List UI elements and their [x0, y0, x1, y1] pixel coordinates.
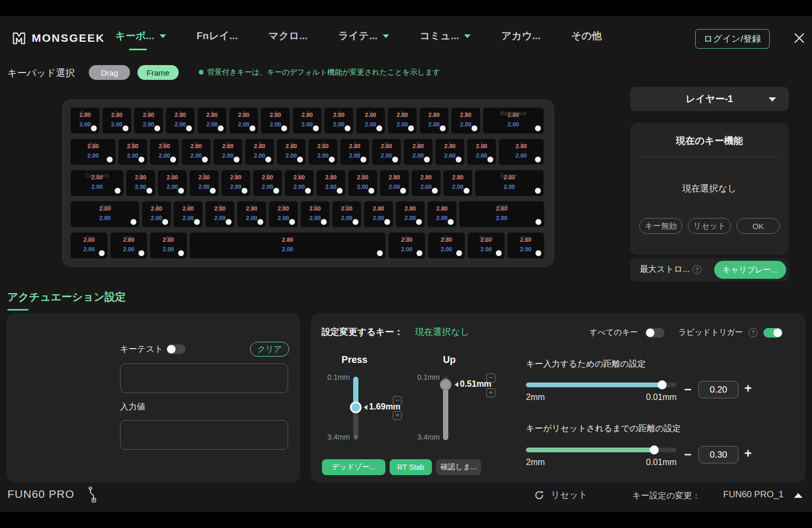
input-value-field[interactable]	[120, 420, 288, 450]
key-b[interactable]: B2.802.00	[269, 201, 298, 227]
reset-keymap-button[interactable]: リセット	[534, 489, 588, 501]
nav-tab-2[interactable]: マクロ...	[269, 29, 308, 50]
key-z[interactable]: Z2.802.00	[142, 201, 171, 227]
press-distance-knob[interactable]	[658, 380, 667, 389]
press-distance-track[interactable]	[526, 383, 677, 387]
key-9[interactable]: 92.802.00	[356, 107, 385, 134]
key-a[interactable]: A2.802.00	[126, 170, 155, 196]
key-sym[interactable]: '2.802.00	[443, 170, 473, 196]
key-sym[interactable]: [2.802.00	[435, 139, 465, 165]
nav-tab-4[interactable]: コミュ...	[420, 29, 470, 50]
key-space[interactable]: 2.802.00	[189, 232, 386, 259]
reset-distance-value[interactable]: 0.30	[698, 446, 739, 463]
press-slider-knob[interactable]	[350, 402, 362, 413]
profile-selector[interactable]: FUN60 PRO_1	[723, 489, 783, 500]
key-h[interactable]: H2.802.00	[284, 170, 314, 196]
key-sym[interactable]: =2.802.00	[451, 107, 481, 134]
key-ctrl[interactable]: Ctrl2.802.00	[507, 232, 545, 259]
press-distance-increase-button[interactable]: +	[744, 383, 752, 394]
key-1[interactable]: 12.802.00	[102, 107, 132, 134]
key-test-input[interactable]	[120, 363, 288, 393]
press-distance-decrease-button[interactable]: −	[684, 384, 691, 395]
reset-distance-increase-button[interactable]: +	[744, 448, 752, 459]
key-sym[interactable]: ;2.802.00	[411, 170, 441, 196]
key-p[interactable]: P2.802.00	[403, 139, 433, 165]
reset-distance-decrease-button[interactable]: −	[684, 449, 691, 460]
key-n[interactable]: N2.802.00	[300, 201, 330, 227]
key-s[interactable]: S2.802.00	[158, 170, 187, 196]
up-slider-knob[interactable]	[440, 379, 451, 390]
key-f[interactable]: F2.802.00	[221, 170, 251, 196]
layer-select[interactable]: レイヤー-1	[630, 87, 789, 111]
drag-mode-button[interactable]: Drag	[89, 65, 130, 80]
nav-tab-1[interactable]: Fnレイ...	[197, 29, 238, 50]
key-8[interactable]: 82.802.00	[324, 107, 354, 134]
key-sym[interactable]: ]2.802.00	[467, 139, 496, 165]
key-2[interactable]: 22.802.00	[134, 107, 163, 134]
login-register-button[interactable]: ログイン/登録	[695, 29, 770, 49]
rt-stab-button[interactable]: RT Stab	[390, 459, 432, 475]
key-4[interactable]: 42.802.00	[197, 107, 227, 134]
nav-tab-0[interactable]: キーボ...	[115, 29, 166, 50]
key-3[interactable]: 32.802.00	[165, 107, 195, 134]
key-esc[interactable]: Esc2.802.00	[70, 107, 100, 134]
key-test-toggle[interactable]	[167, 344, 186, 354]
key-i[interactable]: I2.802.00	[340, 139, 370, 165]
nav-tab-6[interactable]: その他	[571, 29, 602, 50]
key-backspace[interactable]: Backspace2.802.00	[483, 107, 544, 134]
key-sym[interactable]: ,2.802.00	[364, 201, 393, 227]
chevron-up-icon[interactable]	[794, 493, 802, 498]
rapid-trigger-toggle[interactable]	[763, 328, 782, 338]
key-tab[interactable]: Tab2.802.00	[70, 139, 116, 165]
help-icon[interactable]: ?	[749, 328, 758, 337]
press-plus-button[interactable]: +	[393, 411, 402, 420]
nav-tab-5[interactable]: アカウ...	[501, 29, 540, 50]
key-d[interactable]: D2.802.00	[189, 170, 219, 196]
help-icon[interactable]: ?	[693, 265, 702, 274]
key-q[interactable]: Q2.802.00	[118, 139, 147, 165]
key-x[interactable]: X2.802.00	[173, 201, 203, 227]
calibrate-button[interactable]: キャリブレー...	[714, 261, 786, 279]
confirm-button[interactable]: 確認しま...	[436, 459, 481, 475]
key-u[interactable]: U2.802.00	[308, 139, 338, 165]
clear-button[interactable]: クリア	[250, 342, 289, 357]
key-enter[interactable]: Enter↵2.802.00	[475, 170, 544, 196]
key-k[interactable]: K2.802.00	[348, 170, 377, 196]
key-sym[interactable]: -2.802.00	[419, 107, 449, 134]
key-win[interactable]: Win2.802.00	[110, 232, 147, 259]
nav-tab-3[interactable]: ライテ...	[338, 29, 389, 50]
key-disable-button[interactable]: キー無効	[639, 218, 682, 234]
key-sym[interactable]: /2.802.00	[427, 201, 457, 227]
key-ctrl[interactable]: Ctrl2.802.00	[70, 232, 108, 259]
key-menu[interactable]: Menu2.802.00	[467, 232, 505, 259]
up-plus-button[interactable]: +	[486, 388, 495, 397]
key-0[interactable]: 02.802.00	[387, 107, 417, 134]
key-o[interactable]: O2.802.00	[372, 139, 401, 165]
key-6[interactable]: 62.802.00	[261, 107, 290, 134]
press-distance-value[interactable]: 0.20	[698, 381, 739, 398]
key-alt[interactable]: Alt2.802.00	[388, 232, 426, 259]
press-minus-button[interactable]: −	[393, 396, 402, 405]
key-7[interactable]: 72.802.00	[292, 107, 322, 134]
key-c[interactable]: C2.802.00	[205, 201, 235, 227]
key-sym[interactable]: .2.802.00	[395, 201, 425, 227]
key-y[interactable]: Y2.802.00	[276, 139, 306, 165]
ok-button[interactable]: OK	[736, 218, 780, 234]
key-v[interactable]: V2.802.00	[237, 201, 266, 227]
key-t[interactable]: T2.802.00	[245, 139, 274, 165]
key-shift[interactable]: ↑Shift2.802.00	[459, 201, 545, 227]
key-j[interactable]: J2.802.00	[316, 170, 346, 196]
key-capslock[interactable]: CapsLock2.802.00	[70, 170, 124, 196]
reset-distance-track[interactable]	[526, 448, 677, 452]
dead-zone-button[interactable]: デッドゾー...	[322, 459, 385, 475]
close-icon[interactable]	[793, 32, 806, 44]
frame-mode-button[interactable]: Frame	[137, 65, 179, 80]
key-r[interactable]: R2.802.00	[213, 139, 243, 165]
key-alt[interactable]: Alt2.802.00	[150, 232, 187, 259]
all-keys-toggle[interactable]	[645, 328, 665, 338]
key-m[interactable]: M2.802.00	[332, 201, 362, 227]
key-5[interactable]: 52.802.00	[229, 107, 259, 134]
key-l[interactable]: L2.802.00	[380, 170, 409, 196]
key-shift[interactable]: ↑Shift2.802.00	[70, 201, 140, 227]
reset-distance-knob[interactable]	[650, 445, 659, 454]
